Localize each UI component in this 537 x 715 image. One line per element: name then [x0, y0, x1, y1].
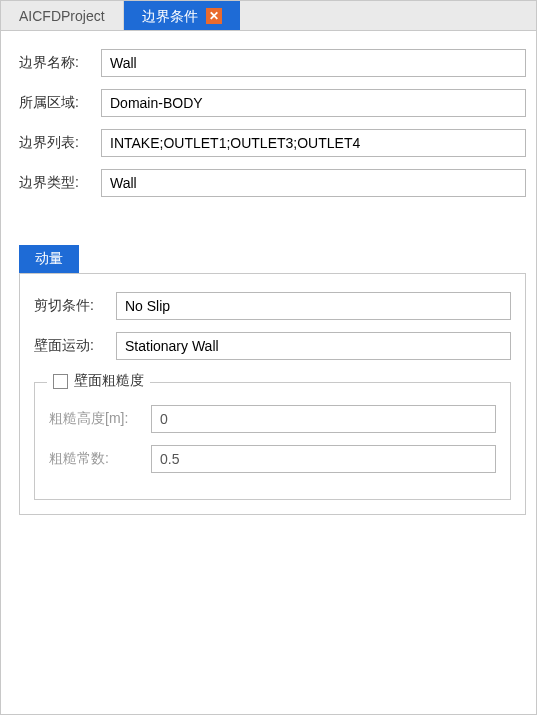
input-boundary-type[interactable] [101, 169, 526, 197]
row-domain: 所属区域: [19, 89, 526, 117]
label-shear: 剪切条件: [34, 297, 106, 315]
row-boundary-type: 边界类型: [19, 169, 526, 197]
tab-boundary-conditions[interactable]: 边界条件 ✕ [124, 1, 240, 30]
label-roughness-constant: 粗糙常数: [49, 450, 141, 468]
tab-project[interactable]: AICFDProject [1, 1, 124, 30]
spacer [19, 209, 526, 245]
momentum-panel: 剪切条件: 壁面运动: 壁面粗糙度 粗糙高度[m]: 粗糙常数: [19, 273, 526, 515]
input-boundary-list[interactable] [101, 129, 526, 157]
fieldset-roughness: 壁面粗糙度 粗糙高度[m]: 粗糙常数: [34, 382, 511, 500]
tab-bar: AICFDProject 边界条件 ✕ [1, 1, 536, 31]
input-boundary-name[interactable] [101, 49, 526, 77]
close-icon[interactable]: ✕ [206, 8, 222, 24]
subtab-momentum[interactable]: 动量 [19, 245, 79, 273]
input-roughness-constant[interactable] [151, 445, 496, 473]
input-shear[interactable] [116, 292, 511, 320]
input-domain[interactable] [101, 89, 526, 117]
label-boundary-list: 边界列表: [19, 134, 91, 152]
input-wall-motion[interactable] [116, 332, 511, 360]
row-roughness-constant: 粗糙常数: [49, 445, 496, 473]
label-domain: 所属区域: [19, 94, 91, 112]
label-roughness-height: 粗糙高度[m]: [49, 410, 141, 428]
label-boundary-name: 边界名称: [19, 54, 91, 72]
row-shear: 剪切条件: [34, 292, 511, 320]
row-boundary-list: 边界列表: [19, 129, 526, 157]
tab-boundary-label: 边界条件 [142, 1, 198, 31]
row-wall-motion: 壁面运动: [34, 332, 511, 360]
checkbox-roughness[interactable] [53, 374, 68, 389]
input-roughness-height[interactable] [151, 405, 496, 433]
row-boundary-name: 边界名称: [19, 49, 526, 77]
boundary-conditions-window: AICFDProject 边界条件 ✕ 边界名称: 所属区域: 边界列表: 边界… [0, 0, 537, 715]
content-area: 边界名称: 所属区域: 边界列表: 边界类型: 动量 剪切条件: 壁面运动: [1, 31, 536, 714]
label-roughness-legend: 壁面粗糙度 [74, 372, 144, 390]
label-boundary-type: 边界类型: [19, 174, 91, 192]
label-wall-motion: 壁面运动: [34, 337, 106, 355]
legend-roughness: 壁面粗糙度 [47, 372, 150, 390]
subtab-row: 动量 [19, 245, 526, 273]
row-roughness-height: 粗糙高度[m]: [49, 405, 496, 433]
